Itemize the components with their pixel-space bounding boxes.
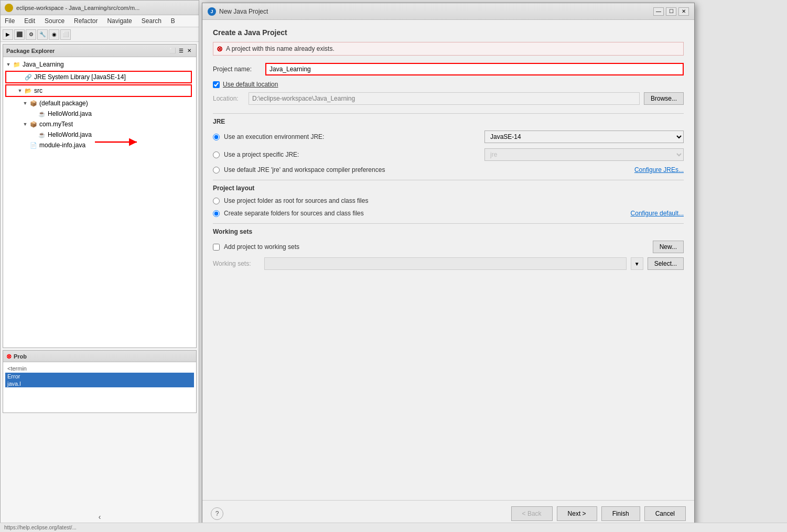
toolbar-btn-6[interactable]: ⬜ <box>60 29 71 40</box>
dialog-icon: J <box>208 7 216 16</box>
package-explorer-panel: Package Explorer ⬜ ☰ ✕ ▼ 📁 Java_Learning… <box>3 44 197 348</box>
minimize-button[interactable]: — <box>653 7 664 16</box>
help-button[interactable]: ? <box>211 507 223 520</box>
dialog-section-title: Create a Java Project <box>213 28 684 37</box>
panel-icon-2[interactable]: ☰ <box>177 47 185 55</box>
next-button[interactable]: Next > <box>557 506 597 521</box>
tree-src-label: src <box>34 87 42 94</box>
layout-radio-1[interactable] <box>213 198 220 204</box>
menu-file[interactable]: File <box>3 16 17 26</box>
jre-radio-1[interactable] <box>213 134 220 140</box>
jre-radio-3[interactable] <box>213 167 220 173</box>
jre-option3-label: Use default JRE 'jre' and workspace comp… <box>224 166 385 173</box>
layout-section-label: Project layout <box>213 184 684 192</box>
dialog-error-banner: ⊗ A project with this name already exist… <box>213 42 684 56</box>
location-row: Location: Browse... <box>213 92 684 105</box>
jre-option1-row: Use an execution environment JRE: JavaSE… <box>213 131 684 143</box>
working-sets-section-label: Working sets <box>213 228 684 235</box>
toolbar-btn-3[interactable]: ⚙ <box>26 29 36 40</box>
eclipse-title: eclipse-workspace - Java_Learning/src/co… <box>16 5 195 11</box>
tree-content: ▼ 📁 Java_Learning 🔗 JRE System Library [… <box>3 57 196 153</box>
tree-arrow-src: ▼ <box>17 88 23 94</box>
error-icon-small: ⊗ <box>6 353 12 360</box>
browse-button[interactable]: Browse... <box>644 92 684 105</box>
java-icon-2: ☕ <box>38 131 46 139</box>
menu-refactor[interactable]: Refactor <box>72 16 100 26</box>
project-name-label: Project name: <box>213 66 265 73</box>
use-default-location-label: Use default location <box>223 81 278 88</box>
dialog-window-controls: — ☐ ✕ <box>653 7 689 16</box>
jre-specific-select[interactable]: jre <box>484 148 684 161</box>
dialog-overlay: J New Java Project — ☐ ✕ Create a Java P… <box>199 0 787 532</box>
tree-item-com-mytest[interactable]: ▼ 📦 com.myTest <box>3 119 196 129</box>
tree-arrow-com: ▼ <box>22 121 28 127</box>
new-button[interactable]: New... <box>653 241 684 253</box>
menu-navigate[interactable]: Navigate <box>105 16 134 26</box>
jre-icon: 🔗 <box>24 73 33 81</box>
layout-option1-label: Use project folder as root for sources a… <box>224 197 368 204</box>
java-icon-1: ☕ <box>38 110 46 118</box>
tree-item-project[interactable]: ▼ 📁 Java_Learning <box>3 59 196 70</box>
working-sets-divider <box>213 223 684 224</box>
menu-source[interactable]: Source <box>42 16 67 26</box>
menu-search[interactable]: Search <box>139 16 164 26</box>
close-button[interactable]: ✕ <box>678 7 689 16</box>
finish-button[interactable]: Finish <box>601 506 640 521</box>
toolbar-btn-1[interactable]: ▶ <box>3 29 13 40</box>
statusbar-url: https://help.eclipse.org/latest/... <box>4 525 77 530</box>
dialog-title-left: J New Java Project <box>208 7 268 16</box>
maximize-button[interactable]: ☐ <box>666 7 676 16</box>
back-button[interactable]: < Back <box>511 506 553 521</box>
tree-item-src[interactable]: ▼ 📂 src <box>6 85 191 96</box>
error-line-2: java.l <box>5 380 194 387</box>
tree-item-jre[interactable]: 🔗 JRE System Library [JavaSE-14] <box>6 72 191 82</box>
error-line-1: Error <box>5 373 194 380</box>
toolbar-btn-4[interactable]: 🔧 <box>37 29 48 40</box>
tree-arrow-empty2 <box>30 132 37 138</box>
tree-item-hello1[interactable]: ☕ HelloWorld.java <box>3 108 196 119</box>
tree-hello1-label: HelloWorld.java <box>48 110 92 117</box>
problems-panel: ⊗ Prob <termin Error java.l <box>3 350 197 413</box>
tree-arrow-jre <box>17 74 23 80</box>
working-sets-input-row: Working sets: ▼ Select... <box>213 257 684 270</box>
new-java-project-dialog: J New Java Project — ☐ ✕ Create a Java P… <box>202 3 695 527</box>
working-sets-input <box>264 257 627 270</box>
jre-option3-row: Use default JRE 'jre' and workspace comp… <box>213 166 684 173</box>
layout-divider <box>213 180 684 180</box>
collapse-arrow[interactable]: ‹ <box>99 513 101 521</box>
configure-jres-link[interactable]: Configure JREs... <box>634 166 684 173</box>
project-name-input[interactable] <box>265 63 684 75</box>
layout-option1-row: Use project folder as root for sources a… <box>213 197 684 204</box>
location-input <box>249 92 640 105</box>
jre-highlight-box: 🔗 JRE System Library [JavaSE-14] <box>5 71 192 83</box>
layout-option2-row: Create separate folders for sources and … <box>213 210 684 217</box>
tree-arrow-default: ▼ <box>22 100 28 106</box>
default-package-icon: 📦 <box>29 99 38 107</box>
problems-header: ⊗ Prob <box>3 351 196 362</box>
use-default-location-checkbox[interactable] <box>213 81 220 88</box>
panel-icon-1[interactable]: ⬜ <box>169 47 176 55</box>
jre-radio-2[interactable] <box>213 151 220 158</box>
tree-item-module-info[interactable]: 📄 module-info.java <box>3 140 196 150</box>
working-sets-dropdown[interactable]: ▼ <box>631 257 643 270</box>
statusbar: https://help.eclipse.org/latest/... <box>0 523 787 532</box>
toolbar-btn-5[interactable]: ◉ <box>49 29 59 40</box>
jre-option1-label: Use an execution environment JRE: <box>224 133 324 140</box>
menu-b[interactable]: B <box>169 16 177 26</box>
jre-env-select[interactable]: JavaSE-14 <box>484 131 684 143</box>
dialog-body: Create a Java Project ⊗ A project with t… <box>202 20 694 278</box>
configure-default-link[interactable]: Configure default... <box>631 210 684 217</box>
cancel-button[interactable]: Cancel <box>644 506 686 521</box>
layout-radio-2[interactable] <box>213 210 220 217</box>
src-highlight-box: ▼ 📂 src <box>5 84 192 97</box>
panel-icon-3[interactable]: ✕ <box>186 47 193 55</box>
jre-section-label: JRE <box>213 118 684 125</box>
working-sets-label: Working sets: <box>213 260 260 267</box>
tree-item-hello2[interactable]: ☕ HelloWorld.java <box>3 129 196 140</box>
tree-item-default-package[interactable]: ▼ 📦 (default package) <box>3 98 196 108</box>
jre-option2-row: Use a project specific JRE: jre <box>213 148 684 161</box>
menu-edit[interactable]: Edit <box>22 16 37 26</box>
select-button[interactable]: Select... <box>648 257 684 270</box>
toolbar-btn-2[interactable]: ⬛ <box>14 29 25 40</box>
add-working-sets-checkbox[interactable] <box>213 244 220 251</box>
